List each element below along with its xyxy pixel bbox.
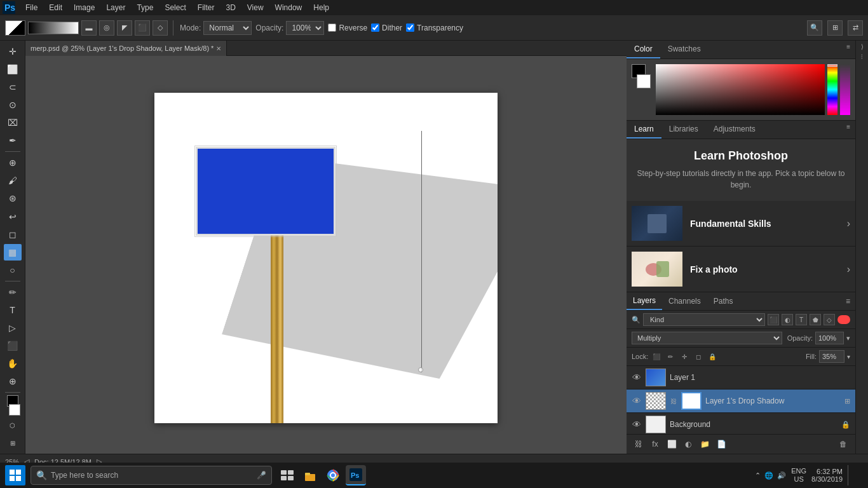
canvas-content[interactable] xyxy=(25,56,627,454)
taskbar-language[interactable]: ENG US xyxy=(791,467,806,484)
marquee-tool[interactable]: ⬜ xyxy=(4,61,22,78)
menu-layer[interactable]: Layer xyxy=(101,2,130,13)
quick-mask-btn[interactable]: ⬡ xyxy=(4,417,22,433)
foreground-background-swatch[interactable] xyxy=(5,20,25,36)
spot-heal-tool[interactable]: ⊕ xyxy=(4,154,22,171)
screen-mode-btn[interactable]: ⊞ xyxy=(4,435,22,451)
opacity-chevron[interactable]: ▾ xyxy=(846,334,850,342)
taskbar-app-explorer[interactable] xyxy=(300,465,320,485)
menu-type[interactable]: Type xyxy=(132,2,158,13)
transform-handle[interactable] xyxy=(418,367,423,372)
new-adjustment-btn[interactable]: ◐ xyxy=(681,437,695,451)
add-fx-btn[interactable]: fx xyxy=(648,437,662,451)
spectrum-container[interactable] xyxy=(656,64,850,115)
filter-adjustment-icon[interactable]: ◐ xyxy=(782,314,793,325)
fill-input[interactable] xyxy=(819,350,844,363)
background-color-swatch[interactable] xyxy=(9,404,20,416)
taskbar-search[interactable]: 🔍 Type here to search 🎤 xyxy=(31,466,272,485)
layer-effects-icon[interactable]: ⊞ xyxy=(844,397,850,405)
crop-tool[interactable]: ⌧ xyxy=(4,114,22,131)
search-btn[interactable]: 🔍 xyxy=(807,20,822,36)
filter-type-icon[interactable]: T xyxy=(796,314,807,325)
angle-gradient-btn[interactable]: ◤ xyxy=(117,20,132,36)
tab-color[interactable]: Color xyxy=(627,41,660,58)
lock-all-icon[interactable]: 🔒 xyxy=(707,351,718,362)
eraser-tool[interactable]: ◻ xyxy=(4,226,22,243)
layer-visibility-0[interactable]: 👁 xyxy=(632,372,642,383)
photoshop-canvas[interactable] xyxy=(154,93,498,423)
filter-kind-select[interactable]: Kind xyxy=(643,313,765,326)
move-tool[interactable]: ✛ xyxy=(4,43,22,60)
filter-pixel-icon[interactable]: ⬛ xyxy=(768,314,779,325)
linear-gradient-btn[interactable]: ▬ xyxy=(81,20,97,36)
path-select-tool[interactable]: ▷ xyxy=(4,320,22,336)
lock-pixels-icon[interactable]: ✏ xyxy=(665,351,676,362)
reflected-gradient-btn[interactable]: ⬛ xyxy=(135,20,150,36)
eyedropper-tool[interactable]: ✒ xyxy=(4,132,22,149)
zoom-tool[interactable]: ⊕ xyxy=(4,373,22,390)
layer-item-1[interactable]: 👁 ⛓ Layer 1's Drop Shadow ⊞ xyxy=(627,390,855,413)
saturation-slider[interactable] xyxy=(840,64,850,115)
workspace-btn[interactable]: ⊞ xyxy=(827,20,843,36)
dither-checkbox[interactable] xyxy=(371,24,379,32)
learn-panel-menu[interactable]: ≡ xyxy=(841,121,855,139)
lasso-tool[interactable]: ⊂ xyxy=(4,79,22,95)
quick-select-tool[interactable]: ⊙ xyxy=(4,97,22,113)
tab-paths[interactable]: Paths xyxy=(707,293,740,309)
tab-channels[interactable]: Channels xyxy=(662,293,707,309)
layer-item-2[interactable]: 👁 Background 🔒 xyxy=(627,413,855,434)
menu-filter[interactable]: Filter xyxy=(193,2,220,13)
taskbar-app-chrome[interactable] xyxy=(323,465,343,485)
layers-menu-btn[interactable]: ≡ xyxy=(841,294,855,308)
menu-window[interactable]: Window xyxy=(270,2,308,13)
transparency-checkbox[interactable] xyxy=(406,24,414,32)
history-brush-tool[interactable]: ↩ xyxy=(4,208,22,225)
opacity-select[interactable]: 100% 75% 50% xyxy=(286,21,324,35)
add-mask-btn[interactable]: ⬜ xyxy=(665,437,679,451)
dodge-tool[interactable]: ○ xyxy=(4,262,22,278)
start-button[interactable] xyxy=(5,465,25,485)
lock-artboard-icon[interactable]: ◻ xyxy=(693,351,704,362)
network-icon[interactable]: 🌐 xyxy=(764,471,773,480)
layer-visibility-1[interactable]: 👁 xyxy=(632,396,642,406)
stamp-tool[interactable]: ⊛ xyxy=(4,190,22,207)
canvas-tab[interactable]: merp.psd @ 25% (Layer 1's Drop Shadow, L… xyxy=(25,41,227,56)
show-desktop-btn[interactable] xyxy=(848,465,863,485)
collapse-btn[interactable]: ⟩ xyxy=(861,43,864,50)
tab-swatches[interactable]: Swatches xyxy=(660,41,709,58)
shape-tool[interactable]: ⬛ xyxy=(4,337,22,354)
volume-icon[interactable]: 🔊 xyxy=(777,471,786,480)
taskbar-clock[interactable]: 6:32 PM 8/30/2019 xyxy=(811,468,843,483)
brush-tool[interactable]: 🖌 xyxy=(4,172,22,189)
lock-position-icon[interactable]: ✛ xyxy=(679,351,690,362)
new-layer-btn[interactable]: 📄 xyxy=(714,437,728,451)
blend-mode-select[interactable]: Multiply Normal Screen Overlay xyxy=(632,332,782,344)
fill-chevron[interactable]: ▾ xyxy=(847,353,850,360)
exchange-btn[interactable]: ⇄ xyxy=(848,20,863,36)
panel-options-btn[interactable]: ··· xyxy=(858,54,865,59)
tab-learn[interactable]: Learn xyxy=(627,121,661,139)
new-group-btn[interactable]: 📁 xyxy=(698,437,712,451)
hand-tool[interactable]: ✋ xyxy=(4,355,22,372)
menu-edit[interactable]: Edit xyxy=(44,2,67,13)
menu-view[interactable]: View xyxy=(242,2,269,13)
background-color[interactable] xyxy=(637,74,651,88)
menu-select[interactable]: Select xyxy=(159,2,191,13)
filter-toggle[interactable] xyxy=(837,315,850,324)
taskbar-app-taskview[interactable] xyxy=(277,465,297,485)
layer-item-0[interactable]: 👁 Layer 1 xyxy=(627,366,855,390)
menu-image[interactable]: Image xyxy=(69,2,100,13)
mode-select[interactable]: Normal Dissolve Multiply xyxy=(203,21,252,35)
learn-card-fix-photo[interactable]: Fix a photo › xyxy=(627,247,855,292)
lock-transparency-icon[interactable]: ⬛ xyxy=(651,351,662,362)
opacity-input[interactable] xyxy=(815,332,844,344)
hue-slider[interactable] xyxy=(827,64,837,115)
layer-visibility-2[interactable]: 👁 xyxy=(632,419,642,430)
color-spectrum[interactable] xyxy=(656,64,825,115)
filter-smart-icon[interactable]: ◇ xyxy=(824,314,835,325)
hue-slider-handle[interactable] xyxy=(827,64,837,67)
reverse-checkbox[interactable] xyxy=(328,24,336,32)
diamond-gradient-btn[interactable]: ◇ xyxy=(153,20,168,36)
taskbar-app-photoshop[interactable]: Ps xyxy=(346,465,366,485)
voice-search-icon[interactable]: 🎤 xyxy=(257,471,266,480)
